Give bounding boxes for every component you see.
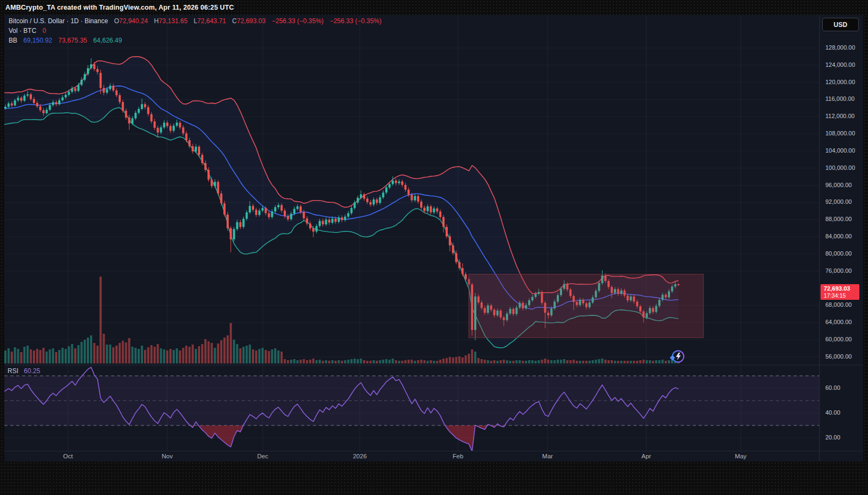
bb-upper-value: 73,675.35	[58, 37, 87, 44]
rsi-oversold-fill	[199, 425, 243, 447]
change-value: −256.33 (−0.35%)	[272, 17, 324, 25]
price-tick-label: 76,000.00	[825, 267, 861, 274]
bar-countdown: 17:34:15	[824, 292, 859, 299]
open-key: O	[114, 17, 119, 25]
range-highlight-box	[469, 274, 703, 338]
price-tick-label: 128,000.00	[825, 44, 861, 51]
price-tick-label: 116,000.00	[825, 95, 861, 102]
low-value: 72,643.71	[197, 17, 226, 25]
volume-value: 0	[43, 27, 46, 35]
price-tick-label: 108,000.00	[825, 130, 861, 136]
tradingview-screenshot: AMBCrypto_TA created with TradingView.co…	[0, 0, 868, 495]
time-tick-label: Mar	[542, 453, 553, 459]
bb-lower-value: 64,626.49	[93, 37, 122, 44]
time-tick-label: Dec	[257, 453, 268, 459]
high-key: H	[154, 17, 159, 25]
rsi-tick-label: 60.00	[825, 384, 861, 391]
volume-row[interactable]: Vol · BTC 0	[9, 26, 381, 36]
price-chart-canvas[interactable]	[4, 15, 863, 462]
price-tick-label: 56,000.00	[825, 353, 861, 360]
price-tick-label: 80,000.00	[825, 250, 861, 257]
price-tick-label: 64,000.00	[825, 319, 861, 325]
price-tick-label: 84,000.00	[825, 233, 861, 239]
price-tick-label: 88,000.00	[825, 216, 861, 222]
high-value: 73,131.65	[159, 17, 187, 25]
price-tick-label: 112,000.00	[825, 113, 861, 119]
right-frame	[863, 15, 868, 462]
rsi-value: 60.25	[24, 367, 40, 375]
time-tick-label: Nov	[162, 453, 173, 459]
bb-basis-value: 69,150.92	[23, 37, 52, 44]
price-tick-label: 92,000.00	[825, 198, 861, 205]
price-tick-label: 100,000.00	[825, 164, 861, 171]
price-tick-label: 96,000.00	[825, 182, 861, 188]
price-tick-label: 104,000.00	[825, 147, 861, 154]
symbol-title[interactable]: Bitcoin / U.S. Dollar · 1D · Binance	[9, 17, 108, 25]
rsi-tick-label: 20.00	[825, 434, 861, 441]
bb-label: BB	[9, 37, 17, 44]
symbol-row[interactable]: Bitcoin / U.S. Dollar · 1D · Binance O72…	[9, 17, 381, 26]
left-frame	[0, 15, 4, 462]
time-tick-label: May	[735, 453, 747, 459]
open-value: 72,940.24	[119, 17, 148, 25]
time-tick-label: Apr	[641, 453, 651, 459]
chart-legend: Bitcoin / U.S. Dollar · 1D · Binance O72…	[9, 17, 381, 46]
footer-bar: TradingView	[0, 462, 868, 495]
price-tick-label: 60,000.00	[825, 336, 861, 342]
low-key: L	[194, 17, 197, 25]
watermark-bar: AMBCrypto_TA created with TradingView.co…	[0, 0, 868, 15]
close-value: 72,693.03	[237, 17, 265, 25]
price-tick-label: 120,000.00	[825, 79, 861, 85]
rsi-label: RSI	[8, 367, 18, 375]
change-value-ext: −256.33 (−0.35%)	[330, 17, 381, 25]
bb-row[interactable]: BB 69,150.92 73,675.35 64,626.49	[9, 36, 381, 46]
rsi-legend[interactable]: RSI 60.25	[8, 367, 40, 375]
volume-label: Vol · BTC	[9, 27, 36, 35]
time-tick-label: 2026	[353, 453, 367, 459]
rsi-tick-label: 40.00	[825, 409, 861, 416]
price-tick-label: 68,000.00	[825, 301, 861, 308]
time-tick-label: Oct	[63, 453, 73, 459]
rsi-band-fill	[4, 376, 819, 425]
time-tick-label: Feb	[453, 453, 463, 459]
watermark-text: AMBCrypto_TA created with TradingView.co…	[5, 4, 234, 11]
last-price-label: 72,693.03 17:34:15	[821, 284, 859, 300]
last-price-value: 72,693.03	[824, 285, 859, 292]
currency-toggle-button[interactable]: USD	[822, 18, 859, 31]
price-tick-label: 124,000.00	[825, 61, 861, 68]
close-key: C	[232, 17, 237, 25]
